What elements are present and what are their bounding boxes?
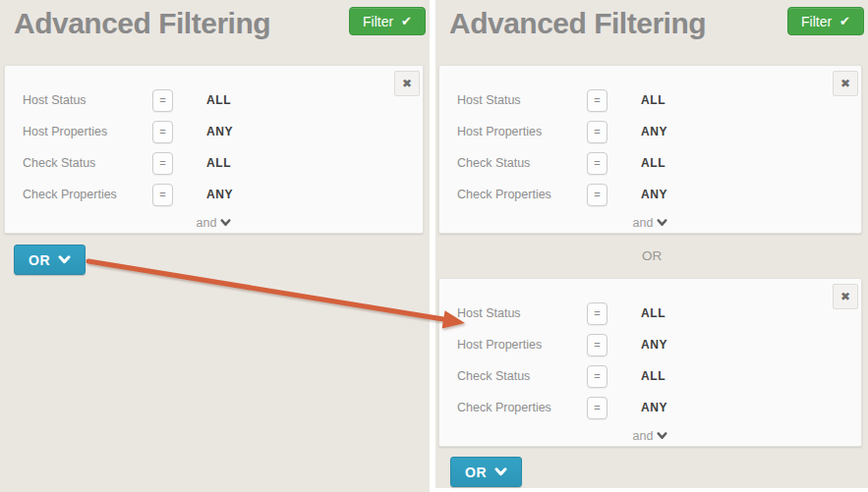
operator-button[interactable]: = — [152, 184, 173, 206]
check-icon: ✔ — [839, 15, 850, 27]
filter-row: Host Properties = ANY — [439, 116, 861, 147]
and-dropdown-label: and — [197, 216, 217, 230]
chevron-down-icon — [657, 432, 667, 440]
filter-value-dropdown[interactable]: ANY — [641, 401, 667, 414]
and-dropdown[interactable]: and — [5, 210, 423, 235]
filter-row: Host Status = ALL — [439, 84, 861, 116]
operator-button[interactable]: = — [152, 152, 173, 175]
filter-row-label: Check Status — [457, 156, 587, 170]
filter-button[interactable]: Filter ✔ — [349, 7, 426, 35]
filter-group-card: ✖ Host Status = ALL Host Properties = AN… — [4, 65, 424, 234]
operator-button[interactable]: = — [587, 184, 608, 206]
filter-row-label: Host Properties — [457, 338, 587, 352]
filter-group-card: ✖ Host Status = ALL Host Properties = AN… — [438, 278, 862, 447]
filter-row-label: Check Properties — [457, 401, 587, 414]
filter-row-label: Check Properties — [457, 188, 587, 201]
filter-button-label: Filter — [801, 14, 832, 29]
and-dropdown[interactable]: and — [439, 210, 861, 235]
operator-button[interactable]: = — [152, 121, 173, 143]
close-button[interactable]: ✖ — [394, 71, 420, 96]
operator-button[interactable]: = — [587, 397, 608, 419]
operator-button[interactable]: = — [152, 89, 173, 112]
close-icon: ✖ — [840, 291, 850, 302]
operator-button[interactable]: = — [587, 365, 608, 388]
or-button[interactable]: OR — [14, 245, 86, 275]
and-dropdown-label: and — [633, 216, 654, 230]
page-title: Advanced Filtering — [14, 7, 270, 39]
left-panel: Advanced Filtering Filter ✔ ✖ Host Statu… — [0, 0, 430, 492]
filter-row-label: Check Properties — [23, 188, 152, 201]
filter-value-dropdown[interactable]: ANY — [206, 125, 233, 138]
or-button[interactable]: OR — [450, 457, 522, 487]
filter-value-dropdown[interactable]: ALL — [641, 156, 665, 170]
panel-header: Advanced Filtering Filter ✔ — [435, 0, 868, 65]
check-icon: ✔ — [401, 15, 412, 27]
filter-value-dropdown[interactable]: ANY — [206, 188, 233, 201]
or-button-label: OR — [465, 465, 487, 480]
chevron-down-icon — [494, 467, 507, 476]
page-title: Advanced Filtering — [449, 7, 706, 39]
filter-value-dropdown[interactable]: ALL — [641, 369, 665, 383]
filter-row: Host Status = ALL — [439, 298, 861, 329]
filter-value-dropdown[interactable]: ALL — [206, 156, 231, 170]
filter-value-dropdown[interactable]: ALL — [641, 93, 665, 107]
right-panel: Advanced Filtering Filter ✔ ✖ Host Statu… — [435, 0, 868, 488]
operator-button[interactable]: = — [587, 334, 608, 356]
filter-row-label: Check Status — [457, 369, 587, 383]
filter-row: Check Status = ALL — [439, 147, 861, 179]
close-button[interactable]: ✖ — [833, 284, 858, 309]
filter-row: Check Status = ALL — [5, 147, 423, 179]
and-dropdown[interactable]: and — [439, 423, 861, 448]
chevron-down-icon — [220, 219, 231, 227]
filter-row-label: Host Properties — [457, 125, 587, 138]
filter-row-label: Check Status — [23, 156, 152, 170]
filter-row: Host Properties = ANY — [5, 116, 423, 147]
operator-button[interactable]: = — [587, 152, 608, 175]
operator-button[interactable]: = — [587, 302, 608, 325]
filter-value-dropdown[interactable]: ANY — [641, 338, 667, 352]
filter-value-dropdown[interactable]: ANY — [641, 188, 667, 201]
close-button[interactable]: ✖ — [833, 71, 858, 96]
or-button-label: OR — [29, 252, 50, 268]
filter-row: Check Status = ALL — [439, 360, 861, 392]
filter-row-label: Host Properties — [23, 125, 152, 138]
and-dropdown-label: and — [633, 429, 654, 443]
filter-button-label: Filter — [363, 14, 393, 29]
filter-row: Host Status = ALL — [5, 84, 423, 116]
panel-header: Advanced Filtering Filter ✔ — [0, 0, 430, 65]
filter-value-dropdown[interactable]: ANY — [641, 125, 667, 138]
filter-row: Check Properties = ANY — [439, 179, 861, 210]
or-separator-label: OR — [435, 234, 868, 278]
filter-row: Host Properties = ANY — [439, 329, 861, 360]
chevron-down-icon — [657, 219, 667, 227]
filter-row-label: Host Status — [457, 306, 587, 320]
close-icon: ✖ — [840, 78, 850, 89]
filter-value-dropdown[interactable]: ALL — [641, 306, 665, 320]
filter-row: Check Properties = ANY — [439, 392, 861, 423]
chevron-down-icon — [58, 255, 71, 264]
filter-button[interactable]: Filter ✔ — [787, 7, 864, 35]
filter-value-dropdown[interactable]: ALL — [206, 93, 231, 107]
filter-group-card: ✖ Host Status = ALL Host Properties = AN… — [438, 65, 862, 234]
operator-button[interactable]: = — [587, 121, 608, 143]
operator-button[interactable]: = — [587, 89, 608, 112]
filter-row-label: Host Status — [23, 93, 152, 107]
advanced-filtering-screen: Advanced Filtering Filter ✔ ✖ Host Statu… — [0, 0, 868, 492]
close-icon: ✖ — [402, 78, 412, 89]
filter-row: Check Properties = ANY — [5, 179, 423, 210]
filter-row-label: Host Status — [457, 93, 587, 107]
